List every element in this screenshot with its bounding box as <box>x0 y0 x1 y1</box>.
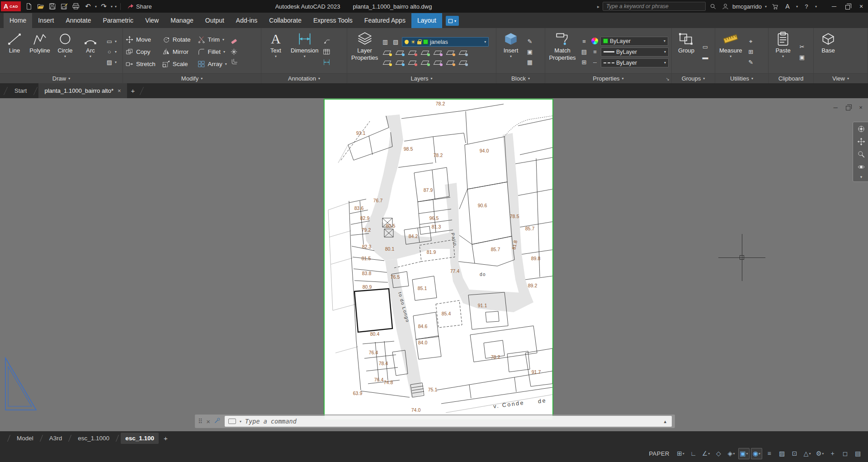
3d-object-snap-icon[interactable]: ◉▾ <box>751 448 762 459</box>
layer-delete-icon[interactable] <box>419 58 430 67</box>
tab-express-tools[interactable]: Express Tools <box>307 13 359 28</box>
snap-mode-icon[interactable]: ⊞▾ <box>675 448 686 459</box>
command-line-bar[interactable]: ⠿ × ▾ ▴ <box>195 414 675 428</box>
transparency-icon[interactable]: ▨ <box>776 448 788 459</box>
dialog-launcher-icon[interactable]: ↘ <box>666 76 670 81</box>
navbar-menu-icon[interactable]: ▾ <box>860 176 863 179</box>
ortho-mode-icon[interactable]: ∟ <box>688 448 699 459</box>
insert-block-button[interactable]: Insert ▾ <box>499 30 523 73</box>
command-history-icon[interactable]: ▴ <box>662 419 668 424</box>
tab-insert[interactable]: Insert <box>32 13 60 28</box>
offset-button[interactable] <box>230 58 238 67</box>
array-button[interactable]: Array▾ <box>198 59 227 69</box>
mirror-button[interactable]: Mirror <box>162 47 191 57</box>
new-file-icon[interactable] <box>24 1 35 12</box>
hatch-button[interactable]: ▨▾ <box>105 58 117 67</box>
tab-parametric[interactable]: Parametric <box>97 13 139 28</box>
edit-block-button[interactable]: ✎ <box>526 37 534 46</box>
vp-freeze-icon[interactable] <box>394 58 405 67</box>
selection-cycling-icon[interactable]: ⊡ <box>789 448 800 459</box>
tab-collaborate[interactable]: Collaborate <box>263 13 307 28</box>
layout-tab-esc-1-1000[interactable]: esc_1.1000 <box>73 433 114 444</box>
base-button[interactable]: Base <box>816 30 840 73</box>
open-file-icon[interactable] <box>35 1 47 12</box>
annotation-panel-title[interactable]: Annotation▾ <box>261 73 347 83</box>
undo-icon[interactable]: ↶ <box>82 1 94 12</box>
tab-annotate[interactable]: Annotate <box>60 13 97 28</box>
define-attributes-button[interactable]: ▣ <box>526 48 534 56</box>
drawing-area[interactable]: 78.293.198.578.294.087.976.783.682.990.6… <box>0 98 868 431</box>
copy-clip-button[interactable]: ▣ <box>798 53 806 62</box>
layout-paper[interactable]: 78.293.198.578.294.087.976.783.682.990.6… <box>325 100 552 419</box>
redo-icon[interactable]: ↷ <box>98 1 109 12</box>
layer-on-icon[interactable] <box>405 40 409 44</box>
table-button[interactable] <box>323 48 330 56</box>
layer-thaw-icon[interactable]: ☀ <box>410 40 415 44</box>
tab-home[interactable]: Home <box>4 13 32 28</box>
close-button[interactable]: × <box>854 0 868 13</box>
drag-grip-icon[interactable]: ⠿ <box>198 418 203 425</box>
fillet-button[interactable]: Fillet▾ <box>198 47 227 57</box>
command-input-field[interactable]: ▾ ▴ <box>225 416 672 427</box>
pan-icon[interactable] <box>857 138 865 146</box>
app-store-cart-icon[interactable] <box>771 1 780 11</box>
block-panel-title[interactable]: Block▾ <box>496 73 545 83</box>
rectangle-button[interactable]: ▭▾ <box>105 37 117 46</box>
autodesk-app-dropdown-icon[interactable]: ▾ <box>795 5 799 9</box>
dimension-button[interactable]: Dimension ▾ <box>289 30 320 73</box>
quick-calc-button[interactable]: ⊞ <box>747 48 755 56</box>
object-list-button[interactable]: ≡ <box>580 37 588 46</box>
ribbon-options-button[interactable]: ▾ <box>446 16 459 26</box>
layer-freeze-icon[interactable] <box>406 48 418 57</box>
ellipse-button[interactable]: ○▾ <box>105 48 117 56</box>
isodraft-icon[interactable]: ◈▾ <box>726 448 737 459</box>
linetype-select[interactable]: ByLayer ▾ <box>601 58 669 67</box>
qat-customize-icon[interactable]: ▾ <box>114 5 118 9</box>
new-drawing-button[interactable]: + <box>127 87 139 95</box>
layout-tab-model[interactable]: Model <box>12 433 38 444</box>
copy-button[interactable]: Copy <box>126 47 156 57</box>
isolate-objects-icon[interactable]: ◻ <box>840 448 851 459</box>
object-snap-tracking-icon[interactable]: ◇ <box>713 448 724 459</box>
minimize-button[interactable]: ─ <box>827 0 841 13</box>
layer-isolate-icon[interactable] <box>394 48 405 57</box>
tab-manage[interactable]: Manage <box>165 13 199 28</box>
properties-palette-button[interactable]: ▤ <box>580 48 588 56</box>
redo-dropdown-icon[interactable]: ▾ <box>110 5 113 9</box>
zoom-icon[interactable] <box>857 150 865 158</box>
make-current-icon[interactable] <box>444 48 456 57</box>
polyline-button[interactable]: Polyline <box>28 30 52 73</box>
scale-button[interactable]: Scale <box>162 59 191 69</box>
trim-button[interactable]: Trim▾ <box>198 35 227 45</box>
color-wheel-icon[interactable] <box>591 38 598 44</box>
tab-featured-apps[interactable]: Featured Apps <box>359 13 411 28</box>
close-tab-icon[interactable]: × <box>118 87 121 94</box>
move-button[interactable]: Move <box>126 35 156 45</box>
doc-restore-icon[interactable] <box>844 104 852 111</box>
stretch-button[interactable]: Stretch <box>126 59 156 69</box>
save-as-icon[interactable] <box>59 1 70 12</box>
search-icon[interactable] <box>709 1 718 11</box>
explode-button[interactable] <box>230 48 238 56</box>
layer-select[interactable]: ☀ janelas ▾ <box>402 37 489 47</box>
help-dropdown-icon[interactable]: ▾ <box>814 5 818 9</box>
customize-wrench-icon[interactable] <box>214 417 221 426</box>
layout-tab-a3rd[interactable]: A3rd <box>45 433 67 444</box>
tab-view[interactable]: View <box>139 13 165 28</box>
point-style-button[interactable]: ✎ <box>747 58 755 67</box>
polar-tracking-icon[interactable]: ∠▾ <box>700 448 712 459</box>
layer-match-icon[interactable] <box>432 48 443 57</box>
layers-panel-title[interactable]: Layers▾ <box>347 73 496 83</box>
command-input[interactable] <box>245 418 658 425</box>
layer-lock-icon[interactable] <box>419 48 430 57</box>
autocad-logo[interactable]: A CAD <box>1 1 21 11</box>
quick-select-button[interactable]: ⊞ <box>580 58 588 67</box>
cut-button[interactable]: ✂ <box>798 43 806 51</box>
id-point-button[interactable]: ⌖ <box>747 37 755 46</box>
text-button[interactable]: Text ▾ <box>264 30 288 73</box>
plot-icon[interactable] <box>71 1 82 12</box>
save-icon[interactable] <box>47 1 58 12</box>
annotation-scale-icon[interactable]: △▾ <box>802 448 813 459</box>
autodesk-app-icon[interactable]: A <box>783 1 792 11</box>
doc-close-icon[interactable]: × <box>857 104 864 111</box>
